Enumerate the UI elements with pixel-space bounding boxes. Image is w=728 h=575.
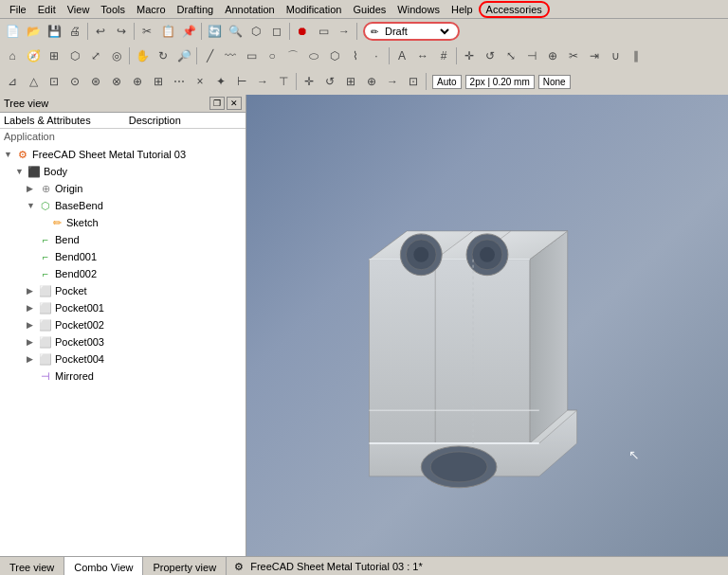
- tb-print[interactable]: 🖨: [64, 21, 85, 42]
- tb-rotate[interactable]: 🔄: [204, 21, 225, 42]
- tb-view-iso[interactable]: ⬡: [64, 45, 85, 66]
- tb-s3[interactable]: ⊡: [44, 71, 64, 92]
- tab-combo-view[interactable]: Combo View: [64, 557, 143, 575]
- tb-s12[interactable]: ⊢: [231, 71, 252, 92]
- tb-s9[interactable]: ⋯: [169, 71, 190, 92]
- menu-macro[interactable]: Macro: [131, 2, 172, 17]
- tb-3d[interactable]: ⬡: [246, 21, 266, 42]
- tb-draw-bspline[interactable]: ⌇: [345, 45, 366, 66]
- tb-extend[interactable]: ⇥: [584, 45, 605, 66]
- tb-view-std[interactable]: ⊞: [44, 45, 64, 66]
- tb-s14[interactable]: ⊤: [273, 71, 294, 92]
- tb-arrow[interactable]: →: [334, 21, 355, 42]
- tb-save[interactable]: 💾: [44, 21, 64, 42]
- tb-zoom-in[interactable]: 🔍: [225, 21, 246, 42]
- tb-draw-wire[interactable]: 〰: [220, 45, 241, 66]
- menu-edit[interactable]: Edit: [32, 2, 62, 17]
- tb-rotate-view[interactable]: ↻: [153, 45, 173, 66]
- menu-tools[interactable]: Tools: [95, 2, 131, 17]
- tree-root[interactable]: ▼ ⚙ FreeCAD Sheet Metal Tutorial 03: [0, 146, 246, 163]
- tb-copy[interactable]: 📋: [157, 21, 178, 42]
- menu-help[interactable]: Help: [446, 2, 479, 17]
- tb-s10[interactable]: ×: [190, 71, 210, 92]
- tree-bend002[interactable]: ⌐ Bend002: [0, 265, 246, 282]
- menu-drafting[interactable]: Drafting: [172, 2, 220, 17]
- tb-scale[interactable]: ⤡: [500, 45, 521, 66]
- tree-pocket001[interactable]: ▶ ⬜ Pocket001: [0, 299, 246, 316]
- tree-body[interactable]: ▼ ⬛ Body: [0, 163, 246, 180]
- tb-offset[interactable]: ⊕: [542, 45, 563, 66]
- menu-annotation[interactable]: Annotation: [219, 2, 281, 17]
- tree-sketch[interactable]: ✏ Sketch: [0, 214, 246, 231]
- tb-grid[interactable]: ⊞: [340, 71, 361, 92]
- tb-s5[interactable]: ⊛: [85, 71, 106, 92]
- tree-origin[interactable]: ▶ ⊕ Origin: [0, 180, 246, 197]
- tb-undo[interactable]: ↩: [90, 21, 111, 42]
- tb-paste[interactable]: 📌: [178, 21, 199, 42]
- menu-windows[interactable]: Windows: [391, 2, 446, 17]
- tree-pocket004[interactable]: ▶ ⬜ Pocket004: [0, 350, 246, 368]
- draft-dropdown[interactable]: ✏ Draft Part PartDesign Sketcher: [363, 22, 460, 41]
- tb-open[interactable]: 📂: [23, 21, 44, 42]
- tree-bend001[interactable]: ⌐ Bend001: [0, 248, 246, 265]
- tb-move[interactable]: ✛: [459, 45, 480, 66]
- tb-box[interactable]: ▭: [313, 21, 334, 42]
- tree-pocket003[interactable]: ▶ ⬜ Pocket003: [0, 333, 246, 350]
- viewport[interactable]: ↖: [246, 95, 728, 556]
- tb-pan[interactable]: ✋: [132, 45, 153, 66]
- tb-draw-ellipse[interactable]: ⬭: [303, 45, 324, 66]
- tb-rot3d[interactable]: ↺: [319, 71, 340, 92]
- tb-draw-arc[interactable]: ⌒: [282, 45, 303, 66]
- tb-view-fit[interactable]: ⤢: [85, 45, 106, 66]
- tree-bend[interactable]: ⌐ Bend: [0, 231, 246, 248]
- tb-mirror2[interactable]: ⊣: [521, 45, 542, 66]
- tree-pocket[interactable]: ▶ ⬜ Pocket: [0, 282, 246, 299]
- tb-redo[interactable]: ↪: [111, 21, 132, 42]
- tab-tree-view[interactable]: Tree view: [0, 557, 64, 575]
- tb-s7[interactable]: ⊕: [127, 71, 148, 92]
- draft-select[interactable]: Draft Part PartDesign Sketcher: [381, 25, 452, 38]
- panel-close-btn[interactable]: ✕: [227, 97, 242, 110]
- tb-cut[interactable]: ✂: [136, 21, 157, 42]
- menu-accessories[interactable]: Accessories: [479, 1, 550, 18]
- tb-zoom[interactable]: 🔎: [173, 45, 194, 66]
- tb-split[interactable]: ∥: [626, 45, 646, 66]
- tb-shapes[interactable]: ◻: [266, 21, 287, 42]
- tb-trim[interactable]: ✂: [563, 45, 584, 66]
- tb-s11[interactable]: ✦: [210, 71, 231, 92]
- tb-new[interactable]: 📄: [2, 21, 23, 42]
- tb-draw-line[interactable]: ╱: [199, 45, 220, 66]
- tb-draw-point[interactable]: ·: [366, 45, 387, 66]
- tb-text[interactable]: A: [391, 45, 412, 66]
- tb-s1[interactable]: ⊿: [2, 71, 23, 92]
- tb-view-sel[interactable]: ◎: [106, 45, 127, 66]
- tb-s8[interactable]: ⊞: [148, 71, 169, 92]
- tb-rotate2[interactable]: ↺: [480, 45, 500, 66]
- tb-snap[interactable]: #: [433, 45, 454, 66]
- tb-dim[interactable]: ↔: [412, 45, 433, 66]
- menu-view[interactable]: View: [62, 2, 96, 17]
- tb-stop[interactable]: ⏺: [292, 21, 313, 42]
- tb-nav[interactable]: 🧭: [23, 45, 44, 66]
- menu-modification[interactable]: Modification: [281, 2, 348, 17]
- tb-join[interactable]: ∪: [605, 45, 626, 66]
- tree-pocket002[interactable]: ▶ ⬜ Pocket002: [0, 316, 246, 333]
- tb-draw-rect[interactable]: ▭: [241, 45, 262, 66]
- tb-draw-poly[interactable]: ⬡: [324, 45, 345, 66]
- tb-s4[interactable]: ⊙: [64, 71, 85, 92]
- tb-s2[interactable]: △: [23, 71, 44, 92]
- tb-move3d[interactable]: ✛: [299, 71, 319, 92]
- tb-view-home[interactable]: ⌂: [2, 45, 23, 66]
- menu-file[interactable]: File: [4, 2, 32, 17]
- tree-basebend[interactable]: ▼ ⬡ BaseBend: [0, 197, 246, 214]
- tab-property-view[interactable]: Property view: [143, 557, 227, 575]
- menu-guides[interactable]: Guides: [347, 2, 391, 17]
- panel-float-btn[interactable]: ❐: [209, 97, 225, 110]
- tb-s13[interactable]: →: [252, 71, 273, 92]
- tb-pln[interactable]: ⊡: [403, 71, 424, 92]
- tree-mirrored[interactable]: ⊣ Mirrored: [0, 368, 246, 385]
- tb-arr[interactable]: →: [382, 71, 403, 92]
- tb-axis[interactable]: ⊕: [361, 71, 382, 92]
- tb-draw-circle[interactable]: ○: [262, 45, 282, 66]
- tb-s6[interactable]: ⊗: [106, 71, 127, 92]
